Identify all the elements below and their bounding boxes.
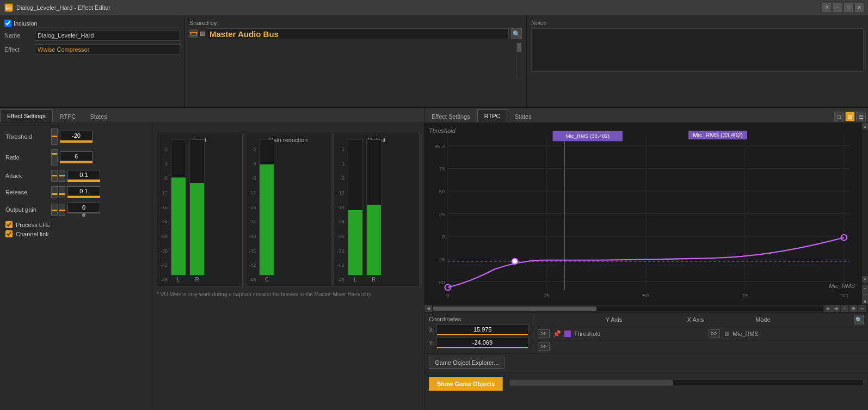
- output-gain-slider2[interactable]: [59, 204, 65, 216]
- scroll-minus-btn[interactable]: ─: [862, 291, 869, 298]
- effect-row: Effect: [4, 44, 180, 55]
- y-coord-box: -24.069: [436, 338, 528, 348]
- tab-rtpc-right[interactable]: RTPC: [477, 109, 508, 123]
- output-meter-group: Output 60-6-12-18-24-30-36-42-48: [334, 133, 420, 286]
- y-axis-header: Y Axis: [592, 316, 636, 323]
- inclusion-row[interactable]: Inclusion: [4, 20, 180, 27]
- fit-btn[interactable]: ◀: [832, 305, 840, 313]
- mode-header: Mode: [755, 316, 810, 323]
- x-axis-arrow-btn[interactable]: >>: [709, 329, 721, 338]
- tab-effect-settings-right[interactable]: Effect Settings: [424, 109, 477, 123]
- axis-search-btn[interactable]: 🔍: [854, 315, 864, 325]
- gain-reduction-bg-c: [259, 139, 274, 276]
- threshold-label: Threshold: [5, 133, 49, 140]
- master-audio-bus-input[interactable]: [207, 28, 509, 39]
- window-title: Dialog_Leveler_Hard - Effect Editor: [16, 4, 110, 11]
- panel-split-right-btn[interactable]: ☰: [856, 112, 866, 121]
- release-slider2[interactable]: [59, 186, 65, 198]
- input-label-l: L: [177, 277, 180, 283]
- game-object-explorer-btn[interactable]: Game Object Explorer...: [429, 357, 504, 369]
- output-bg-r: [366, 139, 381, 276]
- graph-y-label: Threshold: [429, 127, 455, 134]
- output-bar-r: R: [366, 139, 381, 283]
- x-axis-header: X Axis: [679, 316, 712, 323]
- gain-reduction-fill-c: [260, 164, 274, 275]
- svg-text:50: 50: [439, 188, 445, 194]
- svg-text:FX: FX: [6, 5, 13, 11]
- shared-by-label: Shared by:: [189, 20, 522, 26]
- scrollbar-notes[interactable]: [516, 41, 522, 79]
- attack-slider2[interactable]: [59, 170, 65, 182]
- input-meter-group: Input 60-6-12-18-24-30-36-42-48: [157, 133, 243, 286]
- name-input[interactable]: [35, 30, 180, 41]
- input-label-r: R: [195, 277, 199, 283]
- ratio-slider[interactable]: [51, 149, 58, 166]
- scroll-plus-btn[interactable]: +: [862, 285, 869, 291]
- output-fill-r: [367, 205, 381, 275]
- window-controls[interactable]: ? ─ □ ✕: [822, 3, 864, 12]
- effect-input[interactable]: [35, 44, 180, 55]
- threshold-bar: [60, 140, 93, 143]
- bottom-scrollbar-h[interactable]: [509, 380, 864, 386]
- output-gain-slider[interactable]: [51, 204, 58, 216]
- threshold-slider[interactable]: [51, 128, 58, 145]
- axis-arrow-btn-2[interactable]: >>: [538, 342, 550, 351]
- scroll-up-btn[interactable]: ▲: [862, 123, 869, 130]
- name-row: Name: [4, 30, 180, 41]
- threshold-handle: [52, 136, 57, 137]
- scroll-down-btn[interactable]: ▼: [862, 276, 869, 283]
- panel-split-both-btn[interactable]: ⊞: [845, 112, 855, 121]
- tab-effect-settings-left[interactable]: Effect Settings: [0, 109, 53, 123]
- show-game-objects-btn[interactable]: Show Game Objects: [429, 377, 503, 391]
- scroll-reset-btn[interactable]: ■: [862, 298, 869, 304]
- graph-scrollbar-v[interactable]: ▲ ▼ + ─ ■: [861, 123, 868, 304]
- add-point-btn[interactable]: +: [841, 305, 848, 313]
- coordinates-panel: Coordinates X: 15.975 Y: -24: [424, 313, 533, 353]
- right-tabs-bar: Effect Settings RTPC States □ ⊞ ☰: [424, 108, 868, 123]
- attack-slider[interactable]: [51, 170, 58, 182]
- x-coord-value: 15.975: [437, 325, 528, 334]
- input-scale-labels: 60-6-12-18-24-30-36-42-48: [161, 146, 170, 283]
- bottom-scroll-thumb: [510, 380, 673, 385]
- svg-text:25: 25: [544, 293, 550, 299]
- scroll-right-btn[interactable]: ▶: [824, 305, 832, 313]
- scroll-left-btn[interactable]: ◀: [424, 305, 432, 313]
- collapse-btn[interactable]: ─: [858, 305, 866, 313]
- rtpc-graph-area[interactable]: Threshold Mic_RMS Mic_RMS (33,402): [424, 123, 861, 304]
- channel-link-checkbox[interactable]: [5, 230, 13, 237]
- tab-rtpc-left[interactable]: RTPC: [53, 109, 83, 123]
- channel-link-row: Channel link: [5, 230, 146, 237]
- help-btn[interactable]: ?: [822, 3, 831, 12]
- close-btn[interactable]: ✕: [855, 3, 864, 12]
- gain-reduction-bars: C: [259, 146, 274, 283]
- rtpc-tooltip: Mic_RMS (33,402): [688, 131, 747, 139]
- output-gain-slider-h: [51, 204, 65, 216]
- output-gain-handle2: [59, 210, 65, 211]
- grid-view-btn[interactable]: ⊞: [849, 305, 857, 313]
- svg-text:-25: -25: [438, 256, 445, 262]
- process-lfe-checkbox[interactable]: [5, 221, 13, 228]
- vu-note: * VU Meters only work during a capture s…: [157, 291, 420, 298]
- notes-textarea[interactable]: [531, 28, 864, 72]
- maximize-btn[interactable]: □: [844, 3, 853, 12]
- axis-config-panel: Y Axis X Axis Mode 🔍 >> 📌 Threshold >> 🖥…: [533, 313, 868, 353]
- release-slider[interactable]: [51, 186, 58, 198]
- svg-text:75: 75: [439, 166, 445, 172]
- panel-split-left-btn[interactable]: □: [834, 112, 844, 121]
- input-bar-l: L: [171, 139, 186, 283]
- tab-states-left[interactable]: States: [83, 109, 114, 123]
- threshold-value: -20: [60, 131, 93, 140]
- ratio-bar: [60, 161, 93, 163]
- process-lfe-row: Process LFE: [5, 221, 146, 228]
- gain-reduction-meter-group: Gain reduction 60-6-12-18-24-30-36-42-48: [245, 133, 331, 286]
- y-axis-arrow-btn[interactable]: >>: [538, 329, 550, 338]
- minimize-btn[interactable]: ─: [833, 3, 842, 12]
- x-coord-row: X: 15.975: [429, 325, 528, 335]
- shared-by-search-btn[interactable]: 🔍: [511, 28, 522, 39]
- process-lfe-label: Process LFE: [16, 222, 50, 228]
- right-panel: Effect Settings RTPC States □ ⊞ ☰ Thresh…: [424, 108, 868, 410]
- output-meter-bars: L R: [348, 146, 381, 283]
- graph-scrollbar-h-thumb: [433, 307, 596, 311]
- inclusion-checkbox[interactable]: [4, 20, 11, 27]
- tab-states-right[interactable]: States: [507, 109, 538, 123]
